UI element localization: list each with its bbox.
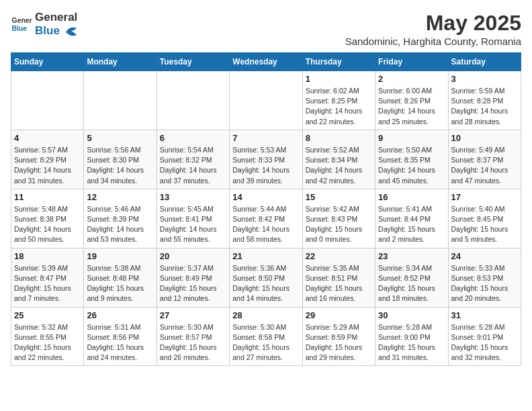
logo-blue: Blue <box>35 24 60 37</box>
day-cell: 7Sunrise: 5:53 AM Sunset: 8:33 PM Daylig… <box>230 130 302 189</box>
day-cell: 9Sunrise: 5:50 AM Sunset: 8:35 PM Daylig… <box>375 130 448 189</box>
calendar-header: SundayMondayTuesdayWednesdayThursdayFrid… <box>11 53 521 71</box>
day-number: 7 <box>232 133 299 143</box>
title-block: May 2025 Sandominic, Harghita County, Ro… <box>345 11 521 47</box>
day-cell: 14Sunrise: 5:44 AM Sunset: 8:42 PM Dayli… <box>230 189 302 248</box>
day-number: 22 <box>306 251 372 261</box>
day-cell: 30Sunrise: 5:28 AM Sunset: 9:00 PM Dayli… <box>375 307 448 366</box>
day-cell: 4Sunrise: 5:57 AM Sunset: 8:29 PM Daylig… <box>11 130 84 189</box>
day-number: 14 <box>232 192 299 202</box>
day-number: 2 <box>378 74 445 84</box>
day-cell: 19Sunrise: 5:38 AM Sunset: 8:48 PM Dayli… <box>84 248 157 307</box>
day-cell: 6Sunrise: 5:54 AM Sunset: 8:32 PM Daylig… <box>157 130 229 189</box>
day-cell: 5Sunrise: 5:56 AM Sunset: 8:30 PM Daylig… <box>84 130 157 189</box>
day-number: 6 <box>160 133 226 143</box>
logo: General Blue General Blue <box>11 11 79 38</box>
day-cell <box>11 71 84 130</box>
day-number: 29 <box>306 310 372 320</box>
day-number: 9 <box>378 133 445 143</box>
day-cell: 12Sunrise: 5:46 AM Sunset: 8:39 PM Dayli… <box>84 189 157 248</box>
day-cell: 11Sunrise: 5:48 AM Sunset: 8:38 PM Dayli… <box>11 189 84 248</box>
day-number: 28 <box>232 310 299 320</box>
day-info: Sunrise: 5:59 AM Sunset: 8:28 PM Dayligh… <box>451 86 518 127</box>
day-info: Sunrise: 5:38 AM Sunset: 8:48 PM Dayligh… <box>87 263 153 304</box>
day-number: 3 <box>451 74 518 84</box>
day-number: 24 <box>451 251 518 261</box>
day-info: Sunrise: 5:49 AM Sunset: 8:37 PM Dayligh… <box>451 145 518 186</box>
day-number: 21 <box>232 251 299 261</box>
day-number: 20 <box>160 251 226 261</box>
calendar-table: SundayMondayTuesdayWednesdayThursdayFrid… <box>11 52 521 366</box>
day-info: Sunrise: 5:41 AM Sunset: 8:44 PM Dayligh… <box>378 204 445 245</box>
day-cell: 16Sunrise: 5:41 AM Sunset: 8:44 PM Dayli… <box>375 189 448 248</box>
column-header-thursday: Thursday <box>302 53 375 71</box>
day-info: Sunrise: 6:00 AM Sunset: 8:26 PM Dayligh… <box>378 86 445 127</box>
day-cell: 25Sunrise: 5:32 AM Sunset: 8:55 PM Dayli… <box>11 307 84 366</box>
day-cell: 18Sunrise: 5:39 AM Sunset: 8:47 PM Dayli… <box>11 248 84 307</box>
day-info: Sunrise: 5:57 AM Sunset: 8:29 PM Dayligh… <box>14 145 81 186</box>
week-row-4: 18Sunrise: 5:39 AM Sunset: 8:47 PM Dayli… <box>11 248 521 307</box>
day-number: 17 <box>451 192 518 202</box>
day-number: 31 <box>451 310 518 320</box>
day-number: 26 <box>87 310 153 320</box>
svg-text:Blue: Blue <box>12 25 28 32</box>
column-header-monday: Monday <box>84 53 157 71</box>
day-cell: 31Sunrise: 5:28 AM Sunset: 9:01 PM Dayli… <box>448 307 521 366</box>
day-cell: 3Sunrise: 5:59 AM Sunset: 8:28 PM Daylig… <box>448 71 521 130</box>
column-header-friday: Friday <box>375 53 448 71</box>
day-cell: 13Sunrise: 5:45 AM Sunset: 8:41 PM Dayli… <box>157 189 229 248</box>
logo-icon: General Blue <box>11 13 32 35</box>
day-info: Sunrise: 5:28 AM Sunset: 9:00 PM Dayligh… <box>378 322 445 363</box>
day-number: 11 <box>14 192 81 202</box>
day-cell: 26Sunrise: 5:31 AM Sunset: 8:56 PM Dayli… <box>84 307 157 366</box>
day-number: 15 <box>306 192 372 202</box>
day-cell: 1Sunrise: 6:02 AM Sunset: 8:25 PM Daylig… <box>302 71 375 130</box>
day-info: Sunrise: 5:32 AM Sunset: 8:55 PM Dayligh… <box>14 322 81 363</box>
day-number: 25 <box>14 310 81 320</box>
day-info: Sunrise: 5:46 AM Sunset: 8:39 PM Dayligh… <box>87 204 153 245</box>
day-info: Sunrise: 5:40 AM Sunset: 8:45 PM Dayligh… <box>451 204 518 245</box>
day-number: 1 <box>306 74 372 84</box>
day-cell: 20Sunrise: 5:37 AM Sunset: 8:49 PM Dayli… <box>157 248 229 307</box>
day-cell: 29Sunrise: 5:29 AM Sunset: 8:59 PM Dayli… <box>302 307 375 366</box>
day-number: 4 <box>14 133 81 143</box>
day-info: Sunrise: 5:34 AM Sunset: 8:52 PM Dayligh… <box>378 263 445 304</box>
day-info: Sunrise: 5:30 AM Sunset: 8:58 PM Dayligh… <box>232 322 299 363</box>
day-cell: 22Sunrise: 5:35 AM Sunset: 8:51 PM Dayli… <box>302 248 375 307</box>
day-cell: 27Sunrise: 5:30 AM Sunset: 8:57 PM Dayli… <box>157 307 229 366</box>
column-header-saturday: Saturday <box>448 53 521 71</box>
day-number: 19 <box>87 251 153 261</box>
day-info: Sunrise: 5:28 AM Sunset: 9:01 PM Dayligh… <box>451 322 518 363</box>
day-number: 27 <box>160 310 226 320</box>
day-number: 5 <box>87 133 153 143</box>
day-number: 10 <box>451 133 518 143</box>
day-info: Sunrise: 5:42 AM Sunset: 8:43 PM Dayligh… <box>306 204 372 245</box>
day-info: Sunrise: 5:48 AM Sunset: 8:38 PM Dayligh… <box>14 204 81 245</box>
page-header: General Blue General Blue May 2025 Sando… <box>11 11 521 47</box>
day-info: Sunrise: 5:44 AM Sunset: 8:42 PM Dayligh… <box>232 204 299 245</box>
day-cell: 21Sunrise: 5:36 AM Sunset: 8:50 PM Dayli… <box>230 248 302 307</box>
day-info: Sunrise: 5:53 AM Sunset: 8:33 PM Dayligh… <box>232 145 299 186</box>
day-cell: 15Sunrise: 5:42 AM Sunset: 8:43 PM Dayli… <box>302 189 375 248</box>
day-number: 13 <box>160 192 226 202</box>
day-info: Sunrise: 5:31 AM Sunset: 8:56 PM Dayligh… <box>87 322 153 363</box>
day-number: 16 <box>378 192 445 202</box>
column-header-wednesday: Wednesday <box>230 53 302 71</box>
day-info: Sunrise: 5:39 AM Sunset: 8:47 PM Dayligh… <box>14 263 81 304</box>
column-header-sunday: Sunday <box>11 53 84 71</box>
week-row-2: 4Sunrise: 5:57 AM Sunset: 8:29 PM Daylig… <box>11 130 521 189</box>
week-row-3: 11Sunrise: 5:48 AM Sunset: 8:38 PM Dayli… <box>11 189 521 248</box>
day-info: Sunrise: 5:30 AM Sunset: 8:57 PM Dayligh… <box>160 322 226 363</box>
day-info: Sunrise: 5:45 AM Sunset: 8:41 PM Dayligh… <box>160 204 226 245</box>
main-title: May 2025 <box>345 11 521 36</box>
day-info: Sunrise: 5:33 AM Sunset: 8:53 PM Dayligh… <box>451 263 518 304</box>
day-cell <box>157 71 229 130</box>
day-info: Sunrise: 6:02 AM Sunset: 8:25 PM Dayligh… <box>306 86 372 127</box>
day-info: Sunrise: 5:37 AM Sunset: 8:49 PM Dayligh… <box>160 263 226 304</box>
day-number: 8 <box>306 133 372 143</box>
day-cell <box>230 71 302 130</box>
week-row-5: 25Sunrise: 5:32 AM Sunset: 8:55 PM Dayli… <box>11 307 521 366</box>
week-row-1: 1Sunrise: 6:02 AM Sunset: 8:25 PM Daylig… <box>11 71 521 130</box>
logo-bird-icon <box>64 26 79 38</box>
logo-general: General <box>35 11 77 24</box>
